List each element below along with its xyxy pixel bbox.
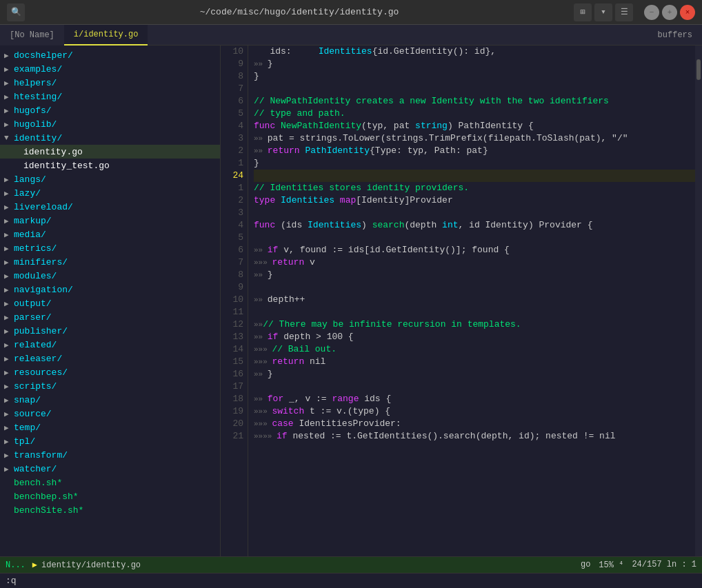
- scrollbar-thumb[interactable]: [696, 59, 701, 80]
- tree-item-identity-dir[interactable]: ▼identity/: [0, 131, 220, 145]
- code-line: »» }: [254, 269, 695, 281]
- titlebar-left: 🔍: [7, 3, 25, 21]
- code-line: ids: Identities{id.GetIdentity(): id},: [254, 45, 695, 58]
- status-percent: 15% ⁴: [599, 560, 623, 570]
- status-right: go 15% ⁴ 24/157 ln : 1: [581, 560, 696, 570]
- tree-item-metrics[interactable]: ▶metrics/: [0, 241, 220, 255]
- tree-item-publisher[interactable]: ▶publisher/: [0, 324, 220, 338]
- status-filepath: identity/identity.go: [41, 560, 141, 570]
- code-line: »»»» if nested := t.GetIdentities().sear…: [254, 430, 695, 443]
- code-line: »» depth++: [254, 294, 695, 306]
- dropdown-icon[interactable]: ▼: [594, 3, 612, 21]
- code-line: »» for _, v := range ids {: [254, 393, 695, 405]
- tree-item-minifiers[interactable]: ▶minifiers/: [0, 255, 220, 269]
- code-line: // Identities stores identity providers.: [254, 182, 695, 194]
- code-content[interactable]: ids: Identities{id.GetIdentity(): id}, »…: [248, 45, 695, 556]
- tree-item-hugolib[interactable]: ▶hugolib/: [0, 117, 220, 131]
- file-tree: ▶docshelper/ ▶examples/ ▶helpers/ ▶htest…: [0, 45, 221, 556]
- line-numbers: 10 9 8 7 6 5 4 3 2 1 24 1 2 3 4 5 6 7 8 …: [221, 45, 248, 556]
- code-line: »» }: [254, 368, 695, 381]
- tree-item-langs[interactable]: ▶langs/: [0, 172, 220, 186]
- command-text: :q: [6, 576, 17, 586]
- status-arrow: ▶: [32, 560, 37, 570]
- tree-item-helpers[interactable]: ▶helpers/: [0, 76, 220, 90]
- code-line: »» return PathIdentity{Type: typ, Path: …: [254, 145, 695, 157]
- code-line: func NewPathIdentity(typ, pat string) Pa…: [254, 120, 695, 132]
- titlebar: 🔍 ~/code/misc/hugo/identity/identity.go …: [0, 0, 702, 25]
- code-editor[interactable]: 10 9 8 7 6 5 4 3 2 1 24 1 2 3 4 5 6 7 8 …: [221, 45, 695, 556]
- command-line[interactable]: :q: [0, 573, 702, 588]
- tree-item-livereload[interactable]: ▶livereload/: [0, 200, 220, 214]
- code-line: // NewPathIdentity creates a new Identit…: [254, 95, 695, 108]
- tree-item-tpl[interactable]: ▶tpl/: [0, 434, 220, 448]
- tree-item-bench-sh[interactable]: bench.sh*: [0, 476, 220, 489]
- code-line: type Identities map[Identity]Provider: [254, 194, 695, 207]
- tree-item-scripts[interactable]: ▶scripts/: [0, 379, 220, 393]
- code-line: »»» switch t := v.(type) {: [254, 405, 695, 418]
- tree-item-related[interactable]: ▶related/: [0, 338, 220, 352]
- tab-identity-go[interactable]: i/identity.go: [64, 25, 148, 45]
- tree-item-docshelper[interactable]: ▶docshelper/: [0, 48, 220, 62]
- close-button[interactable]: ×: [680, 5, 695, 20]
- titlebar-right: ⊞ ▼ ☰ − + ×: [574, 3, 695, 21]
- tabbar: [No Name] i/identity.go buffers: [0, 25, 702, 45]
- tree-item-benchsite-sh[interactable]: benchSite.sh*: [0, 503, 220, 517]
- tree-item-parser[interactable]: ▶parser/: [0, 310, 220, 324]
- code-line: [254, 83, 695, 95]
- tree-item-htesting[interactable]: ▶htesting/: [0, 90, 220, 103]
- code-line: »»» // Bail out.: [254, 343, 695, 356]
- code-line: [254, 306, 695, 318]
- code-line: [254, 381, 695, 393]
- code-line: »» if depth > 100 {: [254, 331, 695, 343]
- tree-item-output[interactable]: ▶output/: [0, 296, 220, 310]
- code-line: »» pat = strings.ToLower(strings.TrimPre…: [254, 132, 695, 145]
- code-line: »»» return v: [254, 256, 695, 269]
- code-line: »»» return nil: [254, 356, 695, 368]
- tab-no-name[interactable]: [No Name]: [0, 25, 64, 45]
- code-line: »»» case IdentitiesProvider:: [254, 418, 695, 430]
- tree-item-examples[interactable]: ▶examples/: [0, 62, 220, 76]
- search-icon[interactable]: 🔍: [7, 3, 25, 21]
- tree-item-media[interactable]: ▶media/: [0, 227, 220, 241]
- tree-item-resources[interactable]: ▶resources/: [0, 365, 220, 379]
- code-line: »» if v, found := ids[id.GetIdentity()];…: [254, 244, 695, 256]
- code-line: [254, 232, 695, 244]
- main-area: ▶docshelper/ ▶examples/ ▶helpers/ ▶htest…: [0, 45, 702, 556]
- grid-icon[interactable]: ⊞: [574, 3, 592, 21]
- minimize-button[interactable]: −: [644, 5, 659, 20]
- tree-item-navigation[interactable]: ▶navigation/: [0, 283, 220, 296]
- scrollbar[interactable]: [695, 45, 702, 556]
- tree-item-identity-go[interactable]: identity.go: [0, 145, 220, 159]
- tree-item-identity-test-go[interactable]: identity_test.go: [0, 159, 220, 172]
- code-line: »» }: [254, 58, 695, 70]
- tree-item-temp[interactable]: ▶temp/: [0, 420, 220, 434]
- tree-item-releaser[interactable]: ▶releaser/: [0, 352, 220, 365]
- code-line: [254, 281, 695, 294]
- vim-mode: N...: [6, 560, 26, 570]
- tree-item-hugofs[interactable]: ▶hugofs/: [0, 103, 220, 117]
- menu-icon[interactable]: ☰: [615, 3, 633, 21]
- code-line: [254, 207, 695, 219]
- tree-item-lazy[interactable]: ▶lazy/: [0, 186, 220, 200]
- tree-item-benchbep-sh[interactable]: benchbep.sh*: [0, 489, 220, 503]
- code-line: }: [254, 157, 695, 170]
- status-language: go: [581, 560, 590, 570]
- maximize-button[interactable]: +: [662, 5, 677, 20]
- code-line: func (ids Identities) search(depth int, …: [254, 219, 695, 232]
- tree-item-source[interactable]: ▶source/: [0, 407, 220, 420]
- status-position: 24/157 ln : 1: [632, 560, 696, 570]
- code-line: }: [254, 70, 695, 83]
- code-line: // type and path.: [254, 108, 695, 120]
- tree-item-markup[interactable]: ▶markup/: [0, 214, 220, 227]
- window-title: ~/code/misc/hugo/identity/identity.go: [200, 7, 399, 17]
- buffers-label: buffers: [648, 30, 702, 40]
- code-line-active: [254, 170, 695, 182]
- tree-item-transform[interactable]: ▶transform/: [0, 448, 220, 462]
- tree-item-snap[interactable]: ▶snap/: [0, 393, 220, 407]
- tree-item-modules[interactable]: ▶modules/: [0, 269, 220, 283]
- code-line: »»// There may be infinite recursion in …: [254, 318, 695, 331]
- statusbar: N... ▶ identity/identity.go go 15% ⁴ 24/…: [0, 556, 702, 573]
- tree-item-watcher[interactable]: ▶watcher/: [0, 462, 220, 476]
